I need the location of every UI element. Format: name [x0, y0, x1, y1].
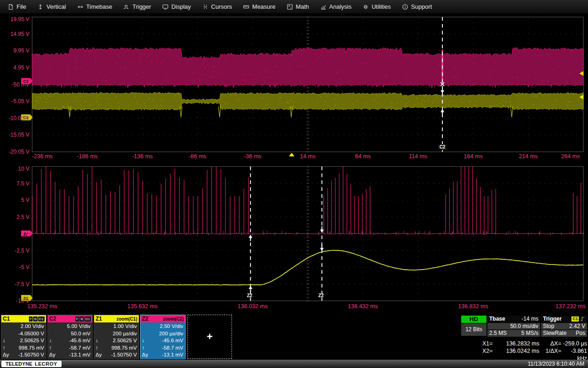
descriptor-value: 2.50625 V: [105, 337, 137, 345]
c1-waveform[interactable]: [32, 92, 583, 117]
descriptor-c1[interactable]: C1FBD12.00 V/div-4.05000 V↓2.50625 V↑998…: [1, 315, 46, 359]
menu-item-trigger[interactable]: Trigger: [118, 0, 157, 14]
cursor-arrow-marker: [320, 230, 324, 233]
menu-item-file[interactable]: File: [2, 0, 32, 14]
descriptor-value: -45.6 mV: [58, 337, 90, 345]
descriptor-flags: FBD1: [29, 316, 45, 322]
y-axis-label: -10 V: [16, 298, 29, 304]
y-axis-label: 10 V: [18, 166, 29, 172]
x-axis-label: -86 ms: [189, 153, 206, 160]
menu-item-timebase[interactable]: Timebase: [72, 0, 118, 14]
menu-item-display[interactable]: Display: [157, 0, 197, 14]
cursor-arrow-glyph: [96, 330, 105, 338]
descriptor-value: -4.05000 V: [12, 330, 44, 338]
trigger-level: 2.42 V: [569, 323, 585, 330]
main-graticule[interactable]: C2C1C2-236 ms-186 ms-136 ms-86 ms-36 ms1…: [0, 14, 588, 162]
menu-item-label: Trigger: [132, 3, 151, 10]
descriptor-z2[interactable]: Z2zoom(C2)2.50 V/div200 µs/div↓-45.6 mV↑…: [140, 315, 186, 359]
cursor-arrow-glyph: ↑: [142, 345, 151, 352]
menu-item-vertical[interactable]: Vertical: [32, 0, 72, 14]
timebase-icon: [77, 4, 84, 10]
trigger-slope-icon: [580, 316, 585, 322]
cursor-arrow-marker: [249, 235, 252, 238]
descriptor-line: ↓-45.6 mV: [142, 337, 183, 345]
descriptor-value: -58.7 mV: [58, 345, 90, 352]
menu-item-analysis[interactable]: Analysis: [315, 0, 357, 14]
x-axis-label: -136 ms: [132, 153, 153, 160]
x-axis-label: -36 ms: [244, 153, 261, 160]
x-axis-label: 137.232 ms: [555, 303, 585, 310]
y-axis-label: -5 V: [19, 264, 29, 270]
cursor-arrow-glyph: Δy: [3, 351, 12, 359]
descriptor-value: 998.75 mV: [12, 345, 44, 352]
utilities-icon: [362, 4, 369, 10]
zoom-graticule-svg[interactable]: Z2Z1Z2Z2135.232 ms135.632 ms136.032 ms13…: [0, 162, 588, 314]
cursor-arrow-glyph: ↑: [49, 345, 58, 352]
menu-item-math[interactable]: Math: [281, 0, 315, 14]
y-axis-label: 7.5 V: [17, 180, 29, 187]
y-axis-label: 19.95 V: [11, 16, 29, 23]
trigger-position-marker[interactable]: [289, 153, 294, 156]
menu-item-label: File: [17, 3, 26, 10]
descriptor-line: Δy-13.1 mV: [142, 351, 183, 359]
descriptor-line: 5.00 V/div: [49, 323, 90, 330]
y-axis-label: -20.05 V: [9, 149, 29, 155]
descriptor-line: -4.05000 V: [3, 330, 44, 338]
menu-item-support[interactable]: Support: [396, 0, 438, 14]
descriptor-value: 200 µs/div: [105, 330, 137, 338]
flag-f: F: [75, 316, 79, 322]
zoom-cursor-label: Z2: [247, 293, 252, 298]
cursor-arrow-marker: [441, 109, 444, 112]
cursor-arrow-glyph: [49, 330, 58, 338]
descriptor-value: 5.00 V/div: [58, 323, 90, 330]
y-axis-label: 0 V: [21, 230, 29, 237]
descriptor-line: ↓-45.6 mV: [49, 337, 90, 345]
descriptor-title: Z1: [96, 316, 102, 322]
menu-item-measure[interactable]: Measure: [237, 0, 281, 14]
cursor-arrow-glyph: [3, 330, 12, 338]
descriptor-value: -58.7 mV: [151, 345, 183, 352]
cursor-readout: X1= 136.2832 ms ΔX= -259.0 µs X2= 136.02…: [482, 340, 587, 355]
cursor-arrow-glyph: [142, 323, 151, 330]
descriptor-panel: C1FBD12.00 V/div-4.05000 V↓2.50625 V↑998…: [1, 315, 232, 360]
descriptor-z1[interactable]: Z1zoom(C1)1.00 V/div200 µs/div↓2.50625 V…: [94, 315, 139, 359]
descriptor-value: -1.50750 V: [12, 351, 44, 359]
menu-item-utilities[interactable]: Utilities: [357, 0, 396, 14]
tbase-offset: -14 ms: [521, 316, 538, 322]
descriptor-line: Δy-1.50750 V: [96, 351, 137, 359]
tbase-scale: 50.0 ms/div: [510, 323, 538, 330]
add-trace-box[interactable]: +: [187, 315, 232, 359]
descriptor-value: 2.50625 V: [12, 337, 44, 345]
trigger-box[interactable]: Trigger C1 Stop 2.42 V SlewRate Pos: [541, 316, 587, 337]
tbase-samples: 2.5 MS: [489, 330, 507, 337]
descriptor-line: ↑998.75 mV: [96, 345, 137, 352]
x-axis-label: 136.832 ms: [458, 303, 488, 310]
flag-b: B: [33, 316, 37, 322]
hd-label: HD: [461, 316, 486, 323]
descriptor-subtitle: zoom(C1): [116, 316, 137, 322]
acquisition-panel: HD 12 Bits Tbase -14 ms 50.0 ms/div 2.5 …: [461, 316, 587, 337]
main-graticule-svg[interactable]: C2C1C2-236 ms-186 ms-136 ms-86 ms-36 ms1…: [0, 14, 588, 162]
timebase-box[interactable]: Tbase -14 ms 50.0 ms/div 2.5 MS 5 MS/s: [487, 316, 540, 337]
tbase-label: Tbase: [489, 316, 505, 322]
descriptor-values: 2.50 V/div200 µs/div↓-45.6 mV↑-58.7 mVΔy…: [141, 322, 185, 359]
zoom-cursor-label: Z2: [318, 293, 324, 298]
menu-item-cursors[interactable]: Cursors: [197, 0, 238, 14]
x-axis-label: 136.032 ms: [237, 303, 267, 310]
support-icon: [402, 4, 408, 10]
menu-bar: FileVerticalTimebaseTriggerDisplayCursor…: [0, 0, 588, 14]
cursor-arrow-glyph: ↓: [49, 337, 58, 345]
trigger-icon: [123, 4, 130, 10]
descriptor-value: -13.1 mV: [151, 351, 183, 359]
hd-mode-box[interactable]: HD 12 Bits: [461, 316, 486, 336]
y-axis-label: -50 mV: [11, 81, 29, 88]
flag-d1: D1: [85, 316, 91, 322]
descriptor-line: Δy-13.1 mV: [49, 351, 90, 359]
descriptor-value: 2.00 V/div: [12, 323, 44, 330]
cursors-icon: [202, 4, 209, 10]
c2-waveform[interactable]: [32, 48, 583, 88]
zoom-graticule[interactable]: Z2Z1Z2Z2135.232 ms135.632 ms136.032 ms13…: [0, 162, 588, 314]
descriptor-c2[interactable]: C2FBD15.00 V/div50.0 mV↓-45.6 mV↑-58.7 m…: [47, 315, 93, 359]
tbase-sample-rate: 5 MS/s: [521, 330, 538, 337]
trigger-type: SlewRate: [543, 330, 566, 337]
